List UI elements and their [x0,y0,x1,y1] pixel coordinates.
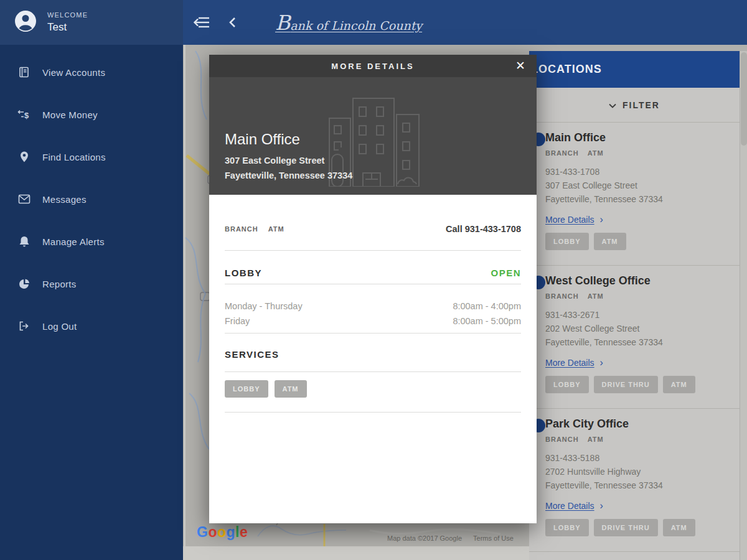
location-contact: 931-433-2671 202 West College Street Fay… [545,308,728,349]
location-types: BRANCH ATM [545,436,728,443]
hours-days: Monday - Thursday [225,299,303,314]
sidebar-item-view-accounts[interactable]: View Accounts [0,51,183,93]
scrollbar-thumb[interactable] [741,52,747,146]
map-attribution: Map data ©2017 Google [387,534,462,542]
location-phone: 931-433-1708 [545,165,728,179]
location-contact: 931-433-5188 2702 Huntsville Highway Fay… [545,451,728,492]
service-badges: LOBBY DRIVE THRU ATM [545,519,728,536]
type-branch: BRANCH [545,436,579,443]
chevron-right-icon: › [600,502,603,510]
more-details-modal: MORE DETAILS ✕ [209,55,537,523]
locations-panel: LOCATIONS FILTER Main Office BRANCH ATM … [529,51,740,560]
sidebar-item-find-locations[interactable]: Find Locations [0,136,183,178]
more-details-link[interactable]: More Details › [545,215,728,225]
open-status-badge: OPEN [491,268,521,278]
location-phone: 931-433-5188 [545,451,728,465]
call-phone-link[interactable]: Call 931-433-1708 [446,224,521,234]
badge-lobby: LOBBY [225,380,268,398]
badge-drive-thru: DRIVE THRU [594,376,658,393]
type-atm: ATM [588,292,604,300]
sidebar-item-reports[interactable]: Reports [0,263,183,305]
modal-location-types: BRANCH ATM [225,225,284,233]
sidebar-item-messages[interactable]: Messages [0,178,183,220]
filter-label: FILTER [622,100,660,110]
terms-of-use-link[interactable]: Terms of Use [473,534,514,542]
badge-atm: ATM [594,233,626,250]
logout-icon [17,319,31,333]
sidebar-item-label: Find Locations [42,152,106,162]
modal-address2: Fayetteville, Tennessee 37334 [225,168,352,183]
more-details-link[interactable]: More Details › [545,501,728,511]
service-badges: LOBBY DRIVE THRU ATM [545,376,728,393]
modal-hero: Main Office 307 East College Street Faye… [209,77,537,195]
badge-lobby: LOBBY [545,233,589,250]
type-atm: ATM [588,436,604,443]
lobby-hours: Monday - Thursday 8:00am - 4:00pm Friday… [225,299,521,329]
close-icon[interactable]: ✕ [514,57,527,74]
chevron-right-icon: › [600,358,603,367]
sidebar-item-label: Reports [42,279,77,289]
user-welcome[interactable]: WELCOME Test [0,0,183,45]
type-atm: ATM [588,149,604,157]
location-name: Main Office [545,131,728,144]
hours-time: 8:00am - 4:00pm [453,299,521,314]
modal-body: BRANCH ATM Call 931-433-1708 LOBBY OPEN … [209,224,537,413]
panel-scrollbar[interactable] [740,51,747,560]
location-types: BRANCH ATM [545,149,728,157]
location-list-item[interactable]: West College Office BRANCH ATM 931-433-2… [529,266,740,409]
filter-toggle[interactable]: FILTER [529,88,740,123]
type-branch: BRANCH [545,292,579,300]
badge-drive-thru: DRIVE THRU [594,519,658,536]
location-phone: 931-433-2671 [545,308,728,322]
back-chevron-icon[interactable] [228,16,237,29]
modal-location-address: 307 East College Street Fayetteville, Te… [225,153,352,183]
type-branch: BRANCH [545,149,579,157]
location-name: Park City Office [545,418,728,431]
more-details-label: More Details [545,501,594,511]
modal-location-name: Main Office [225,131,300,148]
bank-logo: Bank of Lincoln County [275,11,422,35]
pie-chart-icon [17,277,31,291]
chevron-down-icon [609,100,616,110]
badge-atm: ATM [275,380,307,398]
modal-topbar: MORE DETAILS ✕ [209,55,537,77]
accounts-icon [17,65,31,79]
more-details-link[interactable]: More Details › [545,358,728,368]
locations-list: Main Office BRANCH ATM 931-433-1708 307 … [529,123,740,552]
services-section-label: SERVICES [225,349,280,360]
welcome-label: WELCOME [47,11,88,19]
modal-address1: 307 East College Street [225,153,352,168]
envelope-icon [17,192,31,206]
google-logo[interactable]: Google [197,524,248,541]
sidebar-item-log-out[interactable]: Log Out [0,305,183,347]
locations-panel-title: LOCATIONS [529,51,740,88]
app-root: WELCOME Test View Accounts $ [0,0,747,560]
sidebar-item-label: View Accounts [42,67,105,78]
service-badges: LOBBY ATM [545,233,728,250]
avatar [14,9,37,35]
sidebar-item-label: Messages [42,194,87,205]
location-address1: 202 West College Street [545,322,728,335]
badge-atm: ATM [663,376,695,393]
hours-row: Friday 8:00am - 5:00pm [225,314,521,329]
sidebar-item-manage-alerts[interactable]: Manage Alerts [0,220,183,263]
hours-row: Monday - Thursday 8:00am - 4:00pm [225,299,521,314]
menu-collapse-icon[interactable] [193,16,210,29]
location-contact: 931-433-1708 307 East College Street Fay… [545,165,728,206]
modal-title: MORE DETAILS [331,62,414,71]
location-address2: Fayetteville, Tennessee 37334 [545,192,728,206]
hours-time: 8:00am - 5:00pm [453,314,521,329]
top-header: Bank of Lincoln County [183,0,747,45]
location-types: BRANCH ATM [545,292,728,300]
more-details-label: More Details [545,215,594,225]
map-attribution-row: Map data ©2017 Google Terms of Use [387,534,514,542]
location-list-item[interactable]: Park City Office BRANCH ATM 931-433-5188… [529,409,740,552]
bell-icon [17,235,31,248]
sidebar-item-move-money[interactable]: $ Move Money [0,93,183,136]
badge-atm: ATM [663,519,695,536]
location-list-item[interactable]: Main Office BRANCH ATM 931-433-1708 307 … [529,123,740,266]
sidebar: WELCOME Test View Accounts $ [0,0,183,560]
sidebar-nav: View Accounts $ Move Money [0,45,183,347]
location-pin-icon [17,150,31,164]
location-address2: Fayetteville, Tennessee 37334 [545,335,728,349]
